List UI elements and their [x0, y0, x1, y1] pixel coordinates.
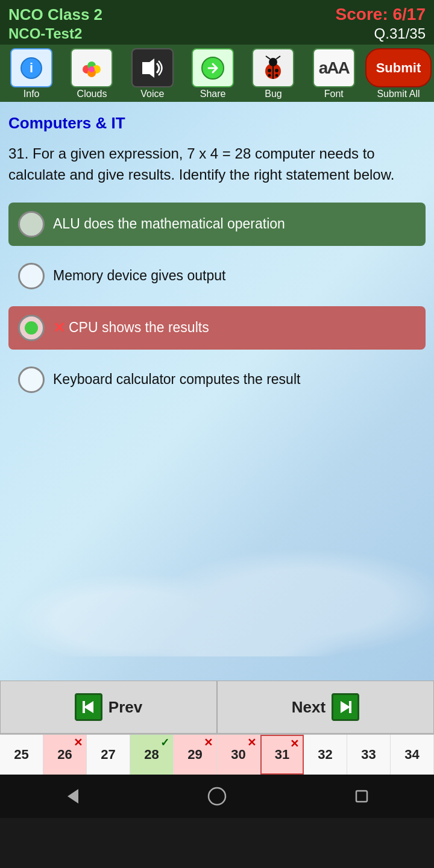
qnum-29-badge: ✕ [204, 736, 213, 749]
category-title: Computers & IT [8, 114, 426, 133]
font-button[interactable]: aAA Font [305, 48, 363, 102]
prev-icon [75, 693, 102, 721]
header-bottom-row: NCO-Test2 Q.31/35 [8, 25, 426, 42]
voice-button[interactable]: Voice [124, 48, 181, 102]
option-d-text: Keyboard calculator computes the result [53, 371, 300, 388]
clouds-icon [71, 48, 113, 87]
qnum-28[interactable]: ✓ 28 [130, 735, 174, 775]
svg-line-16 [266, 56, 270, 59]
qnum-26-label: 26 [57, 747, 72, 763]
qnum-25-label: 25 [14, 747, 28, 763]
qnum-25[interactable]: 25 [0, 735, 43, 775]
radio-b [18, 263, 45, 289]
submit-icon: Submit [365, 48, 432, 87]
svg-marker-22 [68, 789, 78, 804]
submit-all-label: Submit All [377, 89, 420, 99]
qnum-30-label: 30 [231, 747, 245, 763]
svg-rect-24 [356, 791, 367, 802]
share-icon [192, 48, 234, 87]
svg-rect-21 [349, 701, 351, 713]
clouds-label: Clouds [77, 89, 107, 99]
svg-point-14 [268, 74, 271, 77]
header-top-row: NCO Class 2 Score: 6/17 [8, 5, 426, 24]
radio-d [18, 366, 45, 393]
qnum-27-label: 27 [101, 747, 115, 763]
svg-point-15 [275, 74, 278, 77]
info-icon: i [10, 48, 52, 87]
svg-line-17 [276, 56, 280, 59]
voice-icon [131, 48, 174, 87]
toolbar: i Info Clouds Voice [0, 45, 434, 102]
bug-icon [252, 48, 294, 87]
qnum-32-label: 32 [318, 747, 332, 763]
prev-button[interactable]: Prev [0, 681, 217, 734]
qnum-27[interactable]: 27 [87, 735, 130, 775]
qnum-31-label: 31 [275, 747, 289, 763]
app-header: NCO Class 2 Score: 6/17 NCO-Test2 Q.31/3… [0, 0, 434, 45]
prev-label: Prev [108, 698, 142, 717]
qnum-26-badge: ✕ [74, 736, 83, 749]
svg-point-12 [268, 69, 271, 72]
next-icon [332, 693, 359, 721]
qnum-31[interactable]: ✕ 31 [260, 735, 304, 775]
qnum-28-badge: ✓ [160, 736, 169, 749]
radio-c-fill [25, 321, 38, 335]
wrong-mark: ✕ [53, 319, 65, 336]
option-c-text: CPU shows the results [69, 319, 209, 336]
qnum-28-label: 28 [144, 747, 159, 763]
android-nav-bar [0, 775, 434, 818]
submit-btn-text: Submit [376, 60, 421, 76]
qnum-26[interactable]: ✕ 26 [43, 735, 87, 775]
option-b-text: Memory device gives output [53, 268, 225, 284]
option-d[interactable]: Keyboard calculator computes the result [8, 358, 426, 401]
voice-label: Voice [140, 89, 164, 99]
question-strip: 25 ✕ 26 27 ✓ 28 ✕ 29 ✕ 30 ✕ 31 32 33 34 [0, 734, 434, 775]
submit-all-button[interactable]: Submit Submit All [365, 48, 432, 102]
info-button[interactable]: i Info [2, 48, 60, 102]
qnum-34-label: 34 [404, 747, 419, 763]
qnum-30-badge: ✕ [247, 736, 256, 749]
home-button[interactable] [206, 785, 228, 807]
option-c[interactable]: ✕ CPU shows the results [8, 306, 426, 350]
qnum-33[interactable]: 33 [347, 735, 391, 775]
svg-point-23 [209, 788, 225, 805]
svg-marker-20 [341, 701, 350, 713]
bug-button[interactable]: Bug [244, 48, 302, 102]
qnum-31-badge: ✕ [290, 737, 299, 750]
font-label: Font [324, 89, 344, 99]
svg-marker-7 [142, 58, 154, 78]
next-button[interactable]: Next [217, 681, 434, 734]
info-label: Info [24, 89, 40, 99]
score-display: Score: 6/17 [336, 5, 426, 24]
app-title: NCO Class 2 [8, 5, 102, 24]
share-button[interactable]: Share [184, 48, 242, 102]
qnum-34[interactable]: 34 [391, 735, 434, 775]
font-icon: aAA [313, 48, 355, 87]
svg-rect-19 [83, 701, 85, 713]
svg-point-6 [89, 66, 95, 72]
qnum-29-label: 29 [187, 747, 202, 763]
option-a[interactable]: ALU does the mathematical operation [8, 203, 426, 246]
recents-button[interactable] [351, 785, 373, 807]
qnum-29[interactable]: ✕ 29 [174, 735, 217, 775]
bug-label: Bug [265, 89, 281, 99]
option-b[interactable]: Memory device gives output [8, 254, 426, 298]
question-number: Q.31/35 [374, 25, 426, 42]
main-content: Computers & IT 31. For a given expressio… [0, 102, 434, 681]
qnum-32[interactable]: 32 [304, 735, 347, 775]
option-a-text: ALU does the mathematical operation [53, 216, 285, 232]
back-button[interactable] [61, 785, 83, 807]
qnum-33-label: 33 [361, 747, 376, 763]
share-label: Share [200, 89, 226, 99]
clouds-button[interactable]: Clouds [63, 48, 121, 102]
navigation-bar: Prev Next [0, 681, 434, 734]
svg-marker-18 [84, 701, 93, 713]
svg-text:i: i [30, 60, 33, 75]
radio-c [18, 315, 45, 341]
next-label: Next [292, 698, 326, 717]
qnum-30[interactable]: ✕ 30 [217, 735, 260, 775]
clouds-background [0, 476, 434, 656]
test-name: NCO-Test2 [8, 25, 82, 42]
svg-point-13 [275, 69, 278, 72]
radio-a [18, 211, 45, 237]
